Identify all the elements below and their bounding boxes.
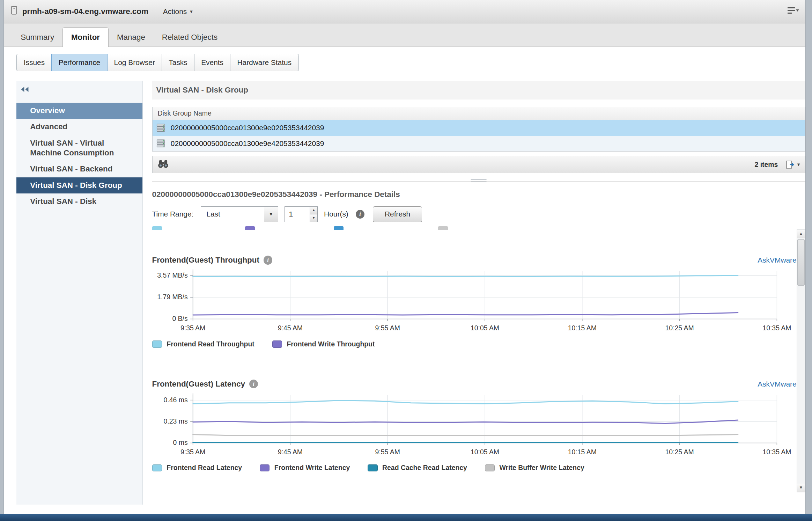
app-window: prmh-a09-sm-04.eng.vmware.com Actions ▾ … (3, 0, 806, 514)
sidebar-item-advanced[interactable]: Advanced (16, 119, 142, 135)
askvmware-link[interactable]: AskVMware (758, 256, 797, 264)
legend-item: Frontend Read Latency (152, 464, 242, 472)
subtab-log-browser[interactable]: Log Browser (107, 54, 162, 71)
scrollbar-thumb[interactable] (797, 239, 804, 286)
legend-label: Write Buffer Write Latency (500, 464, 584, 472)
legend-label: Frontend Read Throughput (167, 340, 254, 348)
panel-toggle-icon[interactable] (787, 6, 799, 17)
time-range-value: Last (201, 207, 264, 222)
series-frontend-write-throughput (193, 313, 738, 315)
x-axis-label: 10:25 AM (665, 324, 694, 332)
spinner-down-icon[interactable]: ▼ (310, 214, 317, 222)
diskgroup-table-body: 02000000005000cca01300e9e020535344203902… (153, 120, 805, 152)
hours-input[interactable] (285, 207, 310, 222)
time-range-select[interactable]: Last ▾ (201, 206, 278, 222)
sidebar-item-overview[interactable]: Overview (16, 103, 142, 119)
export-icon (785, 160, 796, 169)
clipped-legend (152, 226, 797, 230)
refresh-button[interactable]: Refresh (373, 206, 422, 222)
legend-swatch (152, 340, 162, 348)
chart-legend: Frontend Read ThroughputFrontend Write T… (152, 340, 797, 348)
tab-manage[interactable]: Manage (109, 29, 154, 46)
disk-group-icon (156, 139, 166, 148)
subtab-tasks[interactable]: Tasks (162, 54, 194, 71)
actions-menu-button[interactable]: Actions ▾ (163, 7, 193, 16)
legend-swatch (272, 340, 282, 348)
legend-swatch-fragment (334, 226, 344, 230)
chart-title: Frontend(Guest) Throughput (152, 256, 259, 265)
spinner-up-icon[interactable]: ▲ (310, 207, 317, 214)
x-axis-label: 9:35 AM (180, 324, 205, 332)
y-axis-label: 0.23 ms (163, 417, 187, 425)
legend-label: Read Cache Read Latency (382, 464, 467, 472)
caret-down-icon: ▾ (797, 161, 800, 168)
x-axis-label: 9:35 AM (180, 448, 205, 456)
monitor-content: OverviewAdvancedVirtual SAN - Virtual Ma… (4, 81, 805, 505)
disk-group-name: 02000000005000cca01300e9e4205353442039 (171, 139, 324, 148)
chart-canvas: 9:35 AM9:45 AM9:55 AM10:05 AM10:15 AM10:… (152, 267, 797, 336)
caret-down-icon[interactable]: ▾ (264, 207, 278, 222)
info-icon[interactable]: i (356, 210, 364, 219)
subtab-issues[interactable]: Issues (16, 54, 52, 71)
time-range-controls: Time Range: Last ▾ ▲ ▼ Hour(s) i Refresh (152, 206, 806, 222)
legend-swatch-fragment (438, 226, 448, 230)
sub-tabs: IssuesPerformanceLog BrowserTasksEventsH… (16, 54, 298, 71)
table-row[interactable]: 02000000005000cca01300e9e0205353442039 (153, 120, 805, 136)
legend-swatch (485, 464, 495, 472)
legend-swatch-fragment (245, 226, 255, 230)
x-axis-label: 10:25 AM (665, 448, 694, 456)
legend-swatch (152, 464, 162, 472)
legend-item: Read Cache Read Latency (368, 464, 467, 472)
y-axis-label: 0.46 ms (163, 396, 187, 404)
splitter-grip[interactable] (471, 179, 487, 183)
legend-item: Frontend Read Throughput (152, 340, 254, 348)
spinner-buttons: ▲ ▼ (310, 207, 317, 222)
performance-sidebar: OverviewAdvancedVirtual SAN - Virtual Ma… (16, 81, 142, 505)
find-icon[interactable] (157, 159, 169, 170)
legend-label: Frontend Write Throughput (287, 340, 375, 348)
info-icon[interactable]: i (264, 256, 272, 264)
sidebar-item-virtual-san-disk-group[interactable]: Virtual SAN - Disk Group (16, 177, 142, 193)
subtab-performance[interactable]: Performance (51, 54, 108, 71)
legend-swatch (368, 464, 377, 472)
tab-monitor[interactable]: Monitor (62, 27, 109, 47)
table-row[interactable]: 02000000005000cca01300e9e4205353442039 (153, 136, 805, 152)
sidebar-item-virtual-san-virtual-machine-consumption[interactable]: Virtual SAN - Virtual Machine Consumptio… (16, 135, 142, 161)
time-range-label: Time Range: (152, 210, 194, 218)
sidebar-item-virtual-san-disk[interactable]: Virtual SAN - Disk (16, 193, 142, 210)
x-axis-label: 10:05 AM (470, 324, 499, 332)
items-count: 2 items (754, 161, 778, 169)
series-frontend-read-latency (193, 401, 738, 404)
legend-label: Frontend Write Latency (274, 464, 350, 472)
object-header-bar: prmh-a09-sm-04.eng.vmware.com Actions ▾ (4, 0, 805, 23)
askvmware-link[interactable]: AskVMware (758, 380, 797, 388)
export-button[interactable]: ▾ (785, 160, 800, 169)
sidebar-item-virtual-san-backend[interactable]: Virtual SAN - Backend (16, 161, 142, 177)
chart-frontend-guest-latency: Frontend(Guest) LatencyiAskVMware9:35 AM… (152, 377, 797, 472)
subtab-events[interactable]: Events (194, 54, 231, 71)
legend-item: Frontend Write Latency (260, 464, 350, 472)
chart-title: Frontend(Guest) Latency (152, 380, 245, 389)
legend-label: Frontend Read Latency (167, 464, 242, 472)
main-panel: Virtual SAN - Disk Group Disk Group Name… (143, 81, 806, 505)
actions-label: Actions (163, 7, 187, 16)
scroll-up-icon[interactable]: ▲ (797, 230, 805, 238)
pane-splitter (152, 177, 806, 185)
chart-header: Frontend(Guest) ThroughputiAskVMware (152, 254, 797, 267)
scroll-down-icon[interactable]: ▼ (797, 484, 805, 492)
x-axis-label: 10:15 AM (568, 324, 596, 332)
charts-scrollbar[interactable]: ▲ ▼ (797, 229, 805, 492)
panel-title: Virtual SAN - Disk Group (152, 81, 806, 100)
tab-related-objects[interactable]: Related Objects (154, 29, 226, 46)
info-icon[interactable]: i (249, 380, 258, 388)
charts: Frontend(Guest) ThroughputiAskVMware9:35… (152, 254, 797, 472)
y-axis-label: 3.57 MB/s (157, 272, 188, 279)
collapse-sidebar-button[interactable] (16, 81, 142, 103)
hours-stepper: ▲ ▼ (285, 206, 318, 222)
x-axis-label: 10:35 AM (762, 448, 791, 456)
collapse-arrows-icon (21, 86, 29, 93)
hours-label: Hour(s) (324, 210, 348, 218)
column-header-disk-group-name: Disk Group Name (153, 107, 805, 120)
subtab-hardware-status[interactable]: Hardware Status (230, 54, 299, 71)
tab-summary[interactable]: Summary (12, 29, 62, 46)
